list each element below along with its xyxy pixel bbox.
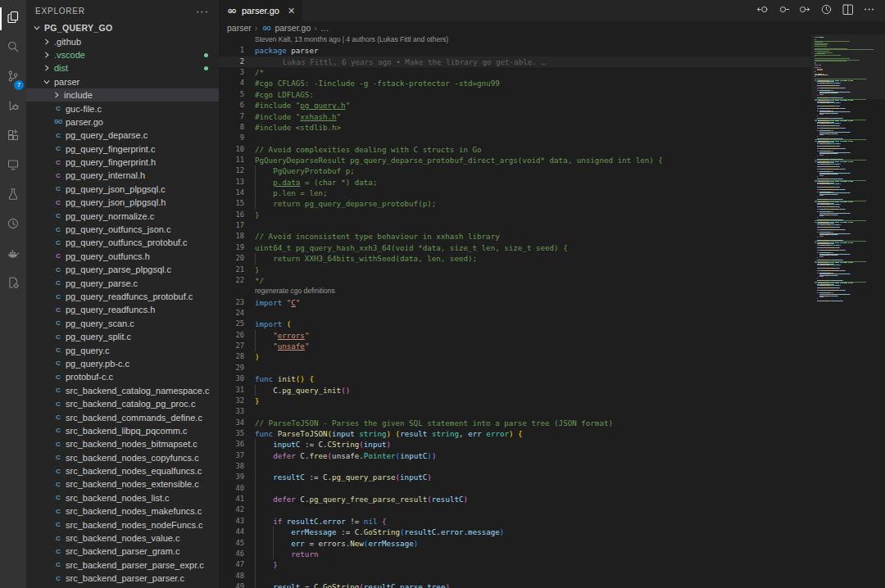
code-line[interactable]: 42	[219, 504, 811, 515]
activity-item-explorer[interactable]	[0, 4, 26, 34]
tree-item-src-backend-nodes-equalfuncs-c[interactable]: Csrc_backend_nodes_equalfuncs.c	[26, 464, 219, 477]
code-line[interactable]: 36 inputC := C.CString(input)	[219, 439, 811, 450]
code-line[interactable]: 21}	[219, 265, 811, 275]
tree-item-parser[interactable]: parser	[26, 75, 219, 88]
code-line[interactable]: 18// Avoid inconsistent type behaviour i…	[219, 231, 811, 242]
tree-item-pg-query-parse-c[interactable]: Cpg_query_parse.c	[26, 276, 219, 289]
code-line[interactable]: 13 p.data = (char *) data;	[219, 177, 811, 188]
code-line[interactable]: 10// Avoid complexities dealing with C s…	[219, 144, 811, 155]
code-line[interactable]: 49 result = C.GoString(resultC.parse_tre…	[219, 581, 811, 588]
split-editor-button[interactable]	[842, 3, 854, 19]
code-line[interactable]: 40	[219, 483, 811, 494]
code-line[interactable]: 25import (	[219, 319, 811, 329]
code-line[interactable]: 32}	[219, 396, 811, 406]
activity-item-extensions[interactable]	[0, 122, 26, 152]
activity-item-run-debug[interactable]	[0, 93, 26, 122]
tree-item-pg-query-readfuncs-h[interactable]: Cpg_query_readfuncs.h	[26, 303, 219, 316]
tree-item-pg-query-json-plpgsql-c[interactable]: Cpg_query_json_plpgsql.c	[26, 183, 219, 196]
activity-item-docker[interactable]	[0, 240, 26, 269]
tree-item-src-backend-parser-parse-expr-c[interactable]: Csrc_backend_parser_parse_expr.c	[26, 559, 219, 572]
code-line[interactable]: 41 defer C.pg_query_free_parse_result(re…	[219, 494, 811, 504]
tree-item-pg-query-outfuncs-h[interactable]: Cpg_query_outfuncs.h	[26, 250, 219, 263]
codelens-row[interactable]: Steven Kalt, 13 months ago | 4 authors (…	[219, 34, 811, 45]
tree-item-dist[interactable]: dist	[26, 61, 219, 75]
tree-item-pg-query-internal-h[interactable]: Cpg_query_internal.h	[26, 169, 219, 182]
tree-item-pg-query-outfuncs-protobuf-c[interactable]: Cpg_query_outfuncs_protobuf.c	[26, 236, 219, 249]
code-line[interactable]: 48	[219, 571, 811, 581]
tree-item-protobuf-c-c[interactable]: Cprotobuf-c.c	[26, 370, 219, 383]
code-line[interactable]: 19uint64_t pg_query_hash_xxh3_64(void *d…	[219, 242, 811, 253]
code-line[interactable]: 28)	[219, 351, 811, 362]
code-line[interactable]: 20 return XXH3_64bits_withSeed(data, len…	[219, 253, 811, 264]
code-line[interactable]: 5#cgo LDFLAGS:	[219, 89, 811, 100]
code-line[interactable]: 4#cgo CFLAGS: -Iinclude -g -fstack-prote…	[219, 78, 811, 88]
tree-item-pg-query-deparse-c[interactable]: Cpg_query_deparse.c	[26, 129, 219, 142]
code-line[interactable]: 34// ParseToJSON - Parses the given SQL …	[219, 418, 811, 428]
tree-item-src-backend-nodes-makefuncs-c[interactable]: Csrc_backend_nodes_makefuncs.c	[26, 504, 219, 518]
code-line[interactable]: 1package parser	[219, 45, 811, 56]
tree-item-pg-query-pb-c-c[interactable]: Cpg_query.pb-c.c	[26, 357, 219, 370]
tree-item-src-backend-nodes-list-c[interactable]: Csrc_backend_nodes_list.c	[26, 491, 219, 504]
breadcrumb-folder[interactable]: parser	[227, 23, 252, 33]
tree-item-pg-query-fingerprint-c[interactable]: Cpg_query_fingerprint.c	[26, 142, 219, 156]
minimap[interactable]	[811, 34, 885, 588]
breadcrumb-symbol[interactable]: …	[320, 23, 329, 33]
code-line[interactable]: 6#include "pg_query.h"	[219, 100, 811, 111]
code-line[interactable]: 2Lukas Fittl, 6 years ago • Make the lib…	[219, 57, 811, 67]
code-line[interactable]: 35func ParseToJSON(input string) (result…	[219, 428, 811, 439]
tree-item-src-backend-commands-define-c[interactable]: Csrc_backend_commands_define.c	[26, 410, 219, 423]
codelens-row[interactable]: regenerate cgo definitions	[219, 286, 811, 296]
activity-item-project-settings[interactable]	[0, 269, 26, 299]
activity-item-search[interactable]	[0, 34, 26, 63]
code-line[interactable]: 33	[219, 406, 811, 417]
code-line[interactable]: 14 p.len = len;	[219, 188, 811, 198]
activity-item-testing[interactable]	[0, 181, 26, 210]
code-line[interactable]: 23import "C"	[219, 297, 811, 308]
code-line[interactable]: 37 defer C.free(unsafe.Pointer(inputC))	[219, 450, 811, 461]
previous-change-button[interactable]	[756, 3, 769, 19]
code-line[interactable]: 3/*	[219, 67, 811, 78]
code-line[interactable]: 43 if resultC.error != nil {	[219, 516, 811, 527]
code-line[interactable]: 39 resultC := C.pg_query_parse(inputC)	[219, 472, 811, 482]
tree-item-src-backend-parser-parser-c[interactable]: Csrc_backend_parser_parser.c	[26, 572, 219, 585]
code-line[interactable]: 30func init() {	[219, 373, 811, 384]
tab-parser-go[interactable]: GO parser.go ✕	[219, 0, 302, 21]
code-line[interactable]: 11PgQueryDeparseResult pg_query_deparse_…	[219, 155, 811, 165]
code-line[interactable]: 46 return	[219, 549, 811, 559]
tree-item-pg-query-split-c[interactable]: Cpg_query_split.c	[26, 330, 219, 343]
tree-item-guc-file-c[interactable]: Cguc-file.c	[26, 102, 219, 115]
tree-item-src-backend-catalog-namespace-c[interactable]: Csrc_backend_catalog_namespace.c	[26, 384, 219, 397]
code-line[interactable]: 24	[219, 308, 811, 319]
tree-item-pg-query-c[interactable]: Cpg_query.c	[26, 343, 219, 356]
activity-item-gitlens[interactable]	[0, 210, 26, 240]
code-line[interactable]: 26 "errors"	[219, 330, 811, 341]
code-line[interactable]: 31 C.pg_query_init()	[219, 385, 811, 396]
tree-item--github[interactable]: .github	[26, 34, 219, 47]
tree-item--vscode[interactable]: .vscode	[26, 48, 219, 61]
tree-item-pg-query-normalize-c[interactable]: Cpg_query_normalize.c	[26, 209, 219, 222]
tree-item-src-backend-nodes-bitmapset-c[interactable]: Csrc_backend_nodes_bitmapset.c	[26, 437, 219, 450]
tree-item-pg-query-json-plpgsql-h[interactable]: Cpg_query_json_plpgsql.h	[26, 196, 219, 209]
code-line[interactable]: 22*/	[219, 275, 811, 286]
code-line[interactable]: 29	[219, 363, 811, 373]
next-change-button[interactable]	[799, 3, 811, 19]
code-line[interactable]: 7#include "xxhash.h"	[219, 111, 811, 122]
tree-item-src-backend-nodes-value-c[interactable]: Csrc_backend_nodes_value.c	[26, 531, 219, 545]
code-line[interactable]: 17	[219, 220, 811, 231]
explorer-more-actions-button[interactable]: ···	[196, 5, 209, 17]
code-editor[interactable]: Steven Kalt, 13 months ago | 4 authors (…	[219, 34, 811, 588]
tab-close-icon[interactable]: ✕	[288, 6, 295, 16]
tree-item-src-backend-catalog-pg-proc-c[interactable]: Csrc_backend_catalog_pg_proc.c	[26, 397, 219, 410]
code-line[interactable]: 38	[219, 461, 811, 472]
tree-item-src-backend-libpq-pqcomm-c[interactable]: Csrc_backend_libpq_pqcomm.c	[26, 424, 219, 437]
code-line[interactable]: 8#include <stdlib.h>	[219, 122, 811, 133]
tree-item-src-backend-nodes-copyfuncs-c[interactable]: Csrc_backend_nodes_copyfuncs.c	[26, 451, 219, 464]
tree-item-include[interactable]: include	[26, 88, 219, 102]
tree-item-parser-go[interactable]: GOparser.go	[26, 115, 219, 129]
tree-item-pg-query-scan-c[interactable]: Cpg_query_scan.c	[26, 317, 219, 330]
tree-item-src-backend-nodes-extensible-c[interactable]: Csrc_backend_nodes_extensible.c	[26, 477, 219, 491]
code-line[interactable]: 44 errMessage := C.GoString(resultC.erro…	[219, 527, 811, 537]
tree-root-folder[interactable]: PG_QUERY_GO	[26, 21, 219, 34]
tree-item-src-backend-nodes-nodefuncs-c[interactable]: Csrc_backend_nodes_nodeFuncs.c	[26, 518, 219, 531]
breadcrumb-file[interactable]: GOparser.go	[261, 23, 311, 33]
